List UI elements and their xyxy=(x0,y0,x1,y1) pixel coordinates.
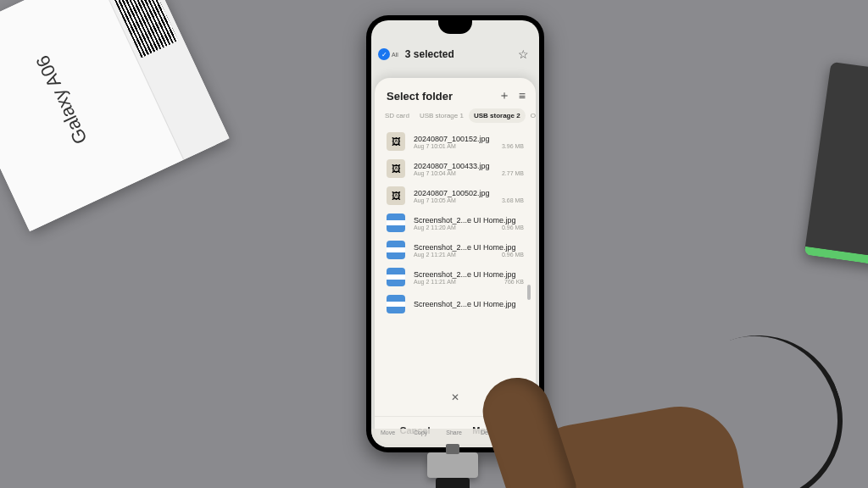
file-row[interactable]: Screenshot_2...e UI Home.jpg xyxy=(375,291,536,318)
file-date: Aug 2 11:21 AM xyxy=(414,279,456,285)
file-size: 3.68 MB xyxy=(502,197,524,203)
bottom-action[interactable]: Move xyxy=(381,430,395,435)
file-date: Aug 2 11:21 AM xyxy=(414,252,456,258)
product-box: Galaxy A06 xyxy=(0,0,230,231)
file-thumbnail xyxy=(387,214,405,232)
select-all-label: All xyxy=(392,52,398,58)
file-list[interactable]: 🖼20240807_100152.jpgAug 7 10:01 AM3.96 M… xyxy=(375,128,536,416)
file-row[interactable]: 🖼20240807_100433.jpgAug 7 10:04 AM2.77 M… xyxy=(375,155,536,182)
bottom-action[interactable]: Share xyxy=(446,430,462,435)
tab-onedrive[interactable]: OneDrive xyxy=(526,108,536,123)
selection-count: 3 selected xyxy=(405,48,454,60)
file-name: Screenshot_2...e UI Home.jpg xyxy=(414,270,524,279)
sort-icon[interactable]: ≡ xyxy=(519,89,526,103)
product-name: Galaxy A06 xyxy=(31,52,92,147)
scrollbar[interactable] xyxy=(527,285,531,300)
file-name: Screenshot_2...e UI Home.jpg xyxy=(414,300,524,308)
file-thumbnail xyxy=(387,241,405,259)
favorite-icon[interactable]: ☆ xyxy=(518,47,529,61)
file-name: 20240807_100502.jpg xyxy=(414,189,524,197)
new-folder-icon[interactable]: ＋ xyxy=(498,88,510,103)
file-row[interactable]: Screenshot_2...e UI Home.jpgAug 2 11:21 … xyxy=(375,263,536,291)
file-row[interactable]: 🖼20240807_100152.jpgAug 7 10:01 AM3.96 M… xyxy=(375,128,536,155)
file-date: Aug 7 10:01 AM xyxy=(414,143,456,149)
file-name: Screenshot_2...e UI Home.jpg xyxy=(414,216,524,225)
file-date: Aug 7 10:05 AM xyxy=(414,197,456,203)
file-row[interactable]: 🖼20240807_100502.jpgAug 7 10:05 AM3.68 M… xyxy=(375,182,536,209)
file-thumbnail: 🖼 xyxy=(387,186,405,205)
file-name: 20240807_100433.jpg xyxy=(414,162,524,170)
usb-adapter xyxy=(427,452,478,478)
select-all-checkbox[interactable]: ✓ xyxy=(378,48,390,60)
file-thumbnail xyxy=(387,268,405,286)
file-date: Aug 2 11:20 AM xyxy=(414,225,456,230)
file-thumbnail: 🖼 xyxy=(387,159,405,178)
file-size: 0.96 MB xyxy=(502,225,524,230)
power-bank xyxy=(804,62,868,269)
file-row[interactable]: Screenshot_2...e UI Home.jpgAug 2 11:20 … xyxy=(375,209,536,236)
file-name: Screenshot_2...e UI Home.jpg xyxy=(414,243,524,252)
tab-sd-card[interactable]: SD card xyxy=(380,108,415,123)
file-row[interactable]: Screenshot_2...e UI Home.jpgAug 2 11:21 … xyxy=(375,236,536,263)
selection-bar: ✓ All 3 selected ☆ xyxy=(371,44,539,68)
storage-tabs: SD card USB storage 1 USB storage 2 OneD… xyxy=(375,108,536,128)
file-size: 3.96 MB xyxy=(502,143,524,149)
modal-title: Select folder xyxy=(387,90,453,103)
tab-usb-1[interactable]: USB storage 1 xyxy=(415,108,469,123)
file-size: 2.77 MB xyxy=(502,170,524,176)
file-thumbnail xyxy=(387,295,405,313)
bottom-action[interactable]: Copy xyxy=(414,430,427,435)
close-icon[interactable]: ✕ xyxy=(451,391,459,403)
file-size: 766 KB xyxy=(504,279,524,285)
file-name: 20240807_100152.jpg xyxy=(414,135,524,143)
file-thumbnail: 🖼 xyxy=(387,132,405,151)
tab-usb-2[interactable]: USB storage 2 xyxy=(469,108,526,123)
file-date: Aug 7 10:04 AM xyxy=(414,170,456,176)
file-size: 0.96 MB xyxy=(502,252,524,258)
